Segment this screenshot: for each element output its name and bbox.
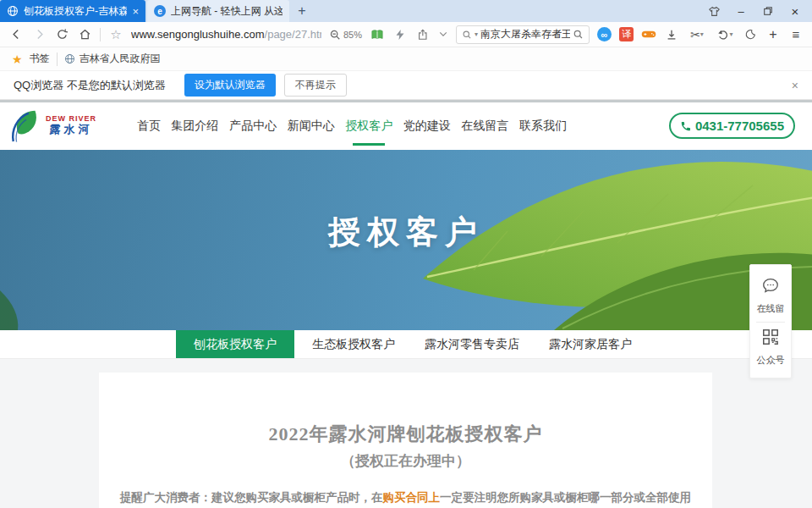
url-host: www.sengonglushuihe.com	[131, 28, 265, 41]
home-icon[interactable]	[77, 27, 92, 42]
tab-current-page[interactable]: 刨花板授权客户-吉林森工远东林业 ×	[0, 0, 145, 22]
notice-text: 提醒广大消费者：建议您购买家具或橱柜产品时，在	[120, 491, 383, 504]
online-message-button[interactable]: 在线留	[750, 272, 791, 321]
zoom-level: 85%	[343, 30, 362, 40]
back-icon[interactable]	[8, 27, 24, 42]
nav-active-underline	[353, 143, 385, 146]
content-card: 2022年露水河牌刨花板授权客户 （授权正在办理中） 提醒广大消费者：建议您购买…	[99, 373, 712, 508]
tab-eco-board-customers[interactable]: 生态板授权客户	[294, 330, 413, 358]
tab-particle-board-customers[interactable]: 刨花板授权客户	[176, 330, 294, 358]
zoom-out-icon	[329, 29, 341, 41]
site-header: DEW RIVER 露水河 首页 集团介绍 产品中心 新闻中心 授权客户 党的建…	[0, 102, 812, 150]
refresh-icon[interactable]	[54, 27, 69, 42]
window-controls: – ×	[704, 0, 812, 22]
e-icon: e	[154, 5, 166, 17]
new-tab-button[interactable]: +	[289, 0, 315, 22]
forward-icon[interactable]	[31, 27, 47, 42]
bookmark-star-icon[interactable]: ☆	[108, 27, 123, 42]
official-account-label: 公众号	[750, 354, 791, 367]
address-bar[interactable]: www.sengonglushuihe.com/page/27.html	[131, 28, 321, 41]
tab-home-customers[interactable]: 露水河家居客户	[531, 330, 650, 358]
add-icon[interactable]: +	[765, 27, 781, 42]
globe-icon	[7, 5, 19, 17]
floating-side-widget: 在线留 公众号	[749, 264, 792, 378]
flash-icon[interactable]	[392, 27, 408, 42]
zoom-control[interactable]: 85%	[329, 29, 362, 41]
official-account-button[interactable]: 公众号	[750, 323, 791, 373]
bookmark-label: 吉林省人民政府国	[80, 52, 161, 66]
browser-tab-bar: 刨花板授权客户-吉林森工远东林业 × e 上网导航 - 轻快上网 从这里开始 +…	[0, 0, 812, 22]
bookmarks-divider	[57, 52, 58, 66]
phone-button[interactable]: 0431-77705655	[669, 113, 795, 139]
section-tab-bar: 刨花板授权客户 生态板授权客户 露水河零售专卖店 露水河家居客户	[0, 330, 812, 359]
site-nav: 首页 集团介绍 产品中心 新闻中心 授权客户 党的建设 在线留言 联系我们	[137, 102, 567, 150]
undo-icon[interactable]: ▾	[715, 27, 735, 42]
nav-item-news[interactable]: 新闻中心	[288, 102, 335, 150]
tab-title: 上网导航 - 轻快上网 从这里开始	[171, 4, 283, 19]
browser-toolbar: ☆ www.sengonglushuihe.com/page/27.html 8…	[0, 22, 812, 47]
notice-highlight: 购买合同上	[383, 491, 441, 504]
notification-message: QQ浏览器 不是您的默认浏览器	[14, 78, 166, 93]
search-submit-icon[interactable]	[573, 29, 584, 40]
download-icon[interactable]	[664, 27, 679, 42]
qr-icon	[761, 328, 780, 346]
logo-cn: 露水河	[50, 124, 93, 135]
close-icon[interactable]: ×	[132, 6, 139, 17]
phone-number: 0431-77705655	[695, 119, 784, 133]
section-tabs: 刨花板授权客户 生态板授权客户 露水河零售专卖店 露水河家居客户	[176, 330, 650, 358]
minimize-button[interactable]: –	[731, 3, 751, 19]
screenshot-scissors-icon[interactable]: ✂▾	[687, 27, 707, 42]
chevron-down-icon[interactable]	[438, 27, 448, 42]
nav-item-authorized-customers[interactable]: 授权客户	[345, 102, 392, 150]
nav-item-about[interactable]: 集团介绍	[172, 102, 219, 150]
chat-icon	[761, 276, 780, 295]
games-icon[interactable]	[641, 27, 656, 42]
nav-item-contact[interactable]: 联系我们	[519, 102, 567, 150]
dismiss-button[interactable]: 不再提示	[284, 74, 347, 97]
restore-button[interactable]	[758, 3, 778, 19]
bookmarks-label[interactable]: 书签	[30, 52, 50, 66]
default-browser-notification: QQ浏览器 不是您的默认浏览器 设为默认浏览器 不再提示 ×	[0, 71, 812, 100]
close-window-button[interactable]: ×	[785, 3, 805, 19]
theme-icon[interactable]	[704, 3, 724, 19]
phone-icon	[680, 120, 692, 132]
nav-item-message-board[interactable]: 在线留言	[461, 102, 508, 150]
hero-title: 授权客户	[0, 211, 812, 254]
tab-retail-stores[interactable]: 露水河零售专卖店	[413, 330, 531, 358]
search-engine-icon	[462, 30, 472, 40]
url-path: /page/27.html	[265, 28, 321, 41]
nav-item-party-building[interactable]: 党的建设	[403, 102, 451, 150]
content-subheading: （授权正在办理中）	[99, 451, 712, 471]
globe-icon	[64, 53, 75, 64]
search-engine-caret-icon[interactable]: ▾	[475, 31, 478, 38]
bookmark-item[interactable]: 吉林省人民政府国	[64, 52, 161, 66]
logo-text: DEW RIVER 露水河	[46, 115, 96, 135]
qq-account-icon[interactable]: ∞	[597, 27, 612, 41]
bookmarks-bar: ★ 书签 吉林省人民政府国	[0, 47, 812, 71]
search-box[interactable]: ▾ 南京大屠杀幸存者王恒逝世	[456, 25, 590, 44]
set-default-button[interactable]: 设为默认浏览器	[184, 74, 276, 97]
share-icon[interactable]	[415, 27, 431, 42]
site-logo[interactable]: DEW RIVER 露水河	[8, 107, 96, 144]
browser-window: 刨花板授权客户-吉林森工远东林业 × e 上网导航 - 轻快上网 从这里开始 +…	[0, 0, 812, 508]
content-heading: 2022年露水河牌刨花板授权客户	[99, 422, 712, 447]
night-mode-icon[interactable]	[743, 27, 758, 42]
search-input[interactable]: 南京大屠杀幸存者王恒逝世	[480, 27, 570, 41]
bookmarks-star-icon[interactable]: ★	[12, 52, 23, 66]
leaf-logo-icon	[8, 107, 44, 144]
nav-item-products[interactable]: 产品中心	[229, 102, 277, 150]
nav-item-home[interactable]: 首页	[137, 102, 161, 150]
web-page: DEW RIVER 露水河 首页 集团介绍 产品中心 新闻中心 授权客户 党的建…	[0, 100, 812, 508]
translate-icon[interactable]: 译	[619, 27, 634, 41]
page-body: 2022年露水河牌刨花板授权客户 （授权正在办理中） 提醒广大消费者：建议您购买…	[0, 359, 812, 508]
notification-close-icon[interactable]: ×	[792, 79, 798, 92]
consumer-notice: 提醒广大消费者：建议您购买家具或橱柜产品时，在购买合同上一定要注明您所购家具或橱…	[99, 489, 712, 508]
online-message-label: 在线留	[750, 302, 791, 315]
widget-divider	[756, 322, 785, 323]
hero-banner: 授权客户	[0, 150, 812, 330]
toolbar-divider	[100, 28, 101, 41]
tab-navigation-page[interactable]: e 上网导航 - 轻快上网 从这里开始	[147, 0, 289, 22]
reader-mode-icon[interactable]	[370, 27, 385, 42]
menu-icon[interactable]: ≡	[788, 27, 804, 42]
tab-title: 刨花板授权客户-吉林森工远东林业	[24, 4, 127, 19]
